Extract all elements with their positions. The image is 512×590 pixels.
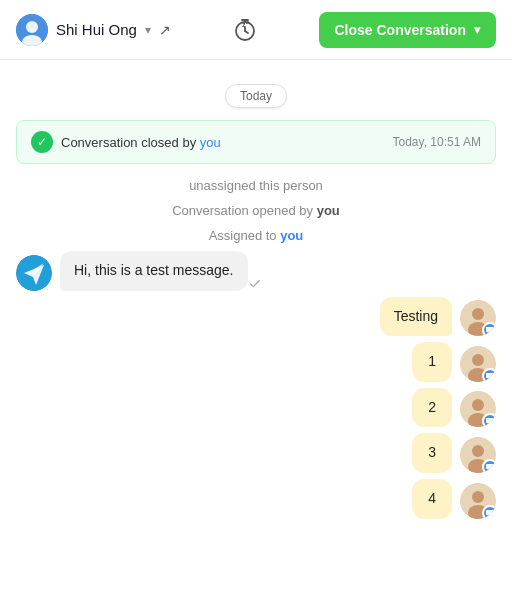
- check-circle-icon: ✓: [31, 131, 53, 153]
- activity-text-3: Assigned to: [209, 228, 281, 243]
- message-text-num2: 2: [428, 399, 436, 415]
- telegram-avatar: [16, 255, 52, 291]
- date-badge: Today: [225, 84, 287, 108]
- close-conversation-label: Close Conversation: [335, 22, 466, 38]
- chat-badge-icon-4: [482, 505, 496, 519]
- svg-text:z: z: [246, 19, 249, 25]
- activity-text-2: Conversation opened by: [172, 203, 317, 218]
- activity-text-1: unassigned this person: [189, 178, 323, 193]
- outgoing-avatar-testing: [460, 300, 496, 336]
- message-row-2: Testing: [16, 297, 496, 337]
- read-check-icon: [248, 277, 262, 291]
- message-text-testing: Testing: [394, 308, 438, 324]
- svg-point-1: [26, 21, 38, 33]
- svg-rect-18: [486, 418, 494, 423]
- svg-point-20: [472, 445, 484, 457]
- status-prefix: Conversation closed by: [61, 135, 200, 150]
- svg-point-8: [472, 308, 484, 320]
- chevron-down-icon: ▾: [145, 23, 151, 37]
- timer-area: z z: [229, 14, 261, 46]
- conversation-status-bar: ✓ Conversation closed by you Today, 10:5…: [16, 120, 496, 164]
- svg-point-16: [472, 399, 484, 411]
- svg-rect-26: [486, 510, 494, 515]
- outgoing-avatar-3: [460, 437, 496, 473]
- timer-icon[interactable]: z z: [229, 14, 261, 46]
- incoming-bubble-1: Hi, this is a test message.: [60, 251, 248, 291]
- chat-badge-icon: [482, 322, 496, 336]
- message-row-3: 1: [16, 342, 496, 382]
- message-row-4: 2: [16, 388, 496, 428]
- close-conversation-button[interactable]: Close Conversation ▾: [319, 12, 496, 48]
- cursor-icon: ↗: [159, 22, 171, 38]
- chat-badge-icon-3: [482, 459, 496, 473]
- message-row-5: 3: [16, 433, 496, 473]
- status-timestamp: Today, 10:51 AM: [393, 135, 482, 149]
- status-bar-content: ✓ Conversation closed by you: [31, 131, 221, 153]
- activity-bold-you-1: you: [317, 203, 340, 218]
- message-text-num3: 3: [428, 444, 436, 460]
- chat-area: Today ✓ Conversation closed by you Today…: [0, 60, 512, 590]
- activity-bold-you-2: you: [280, 228, 303, 243]
- svg-rect-14: [486, 373, 494, 378]
- incoming-avatar: [16, 255, 52, 291]
- activity-message-2: Conversation opened by you: [16, 201, 496, 220]
- status-text: Conversation closed by you: [61, 135, 221, 150]
- svg-rect-10: [486, 327, 494, 332]
- header: Shi Hui Ong ▾ ↗ z z Close Conversation ▾: [0, 0, 512, 60]
- svg-point-24: [472, 491, 484, 503]
- svg-point-12: [472, 354, 484, 366]
- outgoing-avatar-1: [460, 346, 496, 382]
- outgoing-bubble-testing: Testing: [380, 297, 452, 337]
- dropdown-arrow-icon: ▾: [474, 23, 480, 37]
- activity-message-3: Assigned to you: [16, 226, 496, 245]
- message-text-num1: 1: [428, 353, 436, 369]
- message-row-6: 4: [16, 479, 496, 519]
- chat-badge-icon-1: [482, 368, 496, 382]
- user-avatar: [16, 14, 48, 46]
- activity-message-1: unassigned this person: [16, 176, 496, 195]
- svg-rect-22: [486, 464, 494, 469]
- date-divider: Today: [0, 84, 512, 108]
- outgoing-avatar-4: [460, 483, 496, 519]
- message-text-1: Hi, this is a test message.: [74, 262, 234, 278]
- user-name: Shi Hui Ong: [56, 21, 137, 38]
- chat-badge-icon-2: [482, 413, 496, 427]
- message-row-1: Hi, this is a test message.: [16, 251, 496, 291]
- outgoing-bubble-4: 4: [412, 479, 452, 519]
- outgoing-bubble-2: 2: [412, 388, 452, 428]
- status-you: you: [200, 135, 221, 150]
- message-text-num4: 4: [428, 490, 436, 506]
- outgoing-bubble-1: 1: [412, 342, 452, 382]
- outgoing-bubble-3: 3: [412, 433, 452, 473]
- user-selector[interactable]: Shi Hui Ong ▾ ↗: [16, 14, 171, 46]
- outgoing-avatar-2: [460, 391, 496, 427]
